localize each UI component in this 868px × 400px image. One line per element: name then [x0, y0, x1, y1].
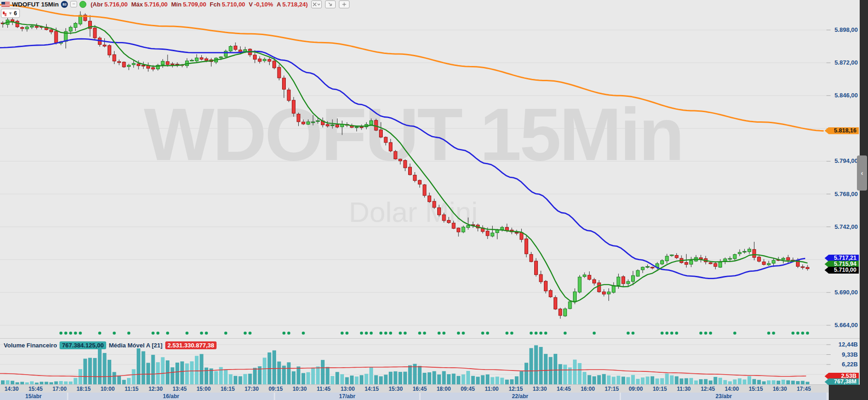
collapsed-panel-strip	[860, 0, 868, 400]
symbol-title: WDOFUT 15Min	[12, 1, 59, 8]
volume-axis-label: 6,22B	[827, 361, 858, 368]
price-axis-label: 5.690,00	[827, 289, 858, 296]
volume-axis-label: 12,44B	[827, 341, 858, 348]
time-axis-label: 12:30	[143, 386, 168, 392]
date-band: 22/abr	[421, 393, 620, 400]
indicator-tools-button[interactable]	[311, 0, 322, 8]
chart-window: WDOFUT 15Min Dolar Mini WDOFUT 15Min B3 …	[0, 0, 868, 400]
chart-toolbar: WDOFUT 15Min B3 – (Abr5.716,00 Máx5.716,…	[1, 0, 350, 8]
price-axis-label: 5.768,00	[827, 191, 858, 197]
bottom-right-corner	[829, 385, 868, 400]
time-axis-label: 14:00	[719, 386, 744, 392]
price-axis-label: 5.898,00	[827, 26, 858, 33]
price-axis-label: 5.794,00	[827, 157, 858, 164]
close-label: Fch	[210, 1, 220, 8]
tools-icon	[313, 2, 317, 6]
time-axis-label: 11:00	[479, 386, 504, 392]
time-axis-label: 09:15	[263, 386, 288, 392]
connection-status-icon	[79, 1, 86, 8]
arrow-icon	[328, 2, 332, 6]
time-axis-label: 10:30	[287, 386, 312, 392]
close-value: 5.710,00	[222, 1, 245, 8]
time-axis-label: 13:45	[167, 386, 192, 392]
ma-short-price-tag: 5.715,94	[825, 261, 859, 268]
date-band: 16/abr	[68, 393, 274, 400]
time-axis-label: 14:15	[359, 386, 384, 392]
volume-ma-value-badge: 2.531.330.877,38	[165, 341, 217, 349]
time-axis-label: 13:00	[335, 386, 360, 392]
time-axis-label: 17:30	[239, 386, 264, 392]
volume-indicator-name: Volume Financeiro	[4, 342, 57, 349]
high-value: 5.716,00	[145, 1, 168, 8]
country-flag-icon	[1, 2, 10, 7]
open-value: 5.716,00	[104, 1, 128, 8]
price-axis-label: 5.872,00	[827, 59, 858, 66]
time-axis-label: 17:15	[599, 386, 624, 392]
open-label: (Abr	[90, 1, 103, 8]
time-axis-label: 15:15	[743, 386, 768, 392]
aggressor-count-badge[interactable]: ▼ 6	[1, 9, 20, 18]
time-axis-label: 12:15	[503, 386, 528, 392]
low-value: 5.709,00	[183, 1, 206, 8]
high-label: Máx	[131, 1, 143, 8]
time-axis-label: 16:45	[407, 386, 432, 392]
time-axis-label: 15:30	[383, 386, 408, 392]
variation-value: -0,10%	[254, 1, 273, 8]
adjust-value: 5.718,24)	[283, 1, 308, 8]
ma-long-price-tag: 5.818,16	[825, 127, 859, 134]
time-axis-label: 17:45	[791, 386, 816, 392]
volume-ma-name: Média Móvel A [21]	[109, 342, 163, 349]
time-axis-label: 13:30	[527, 386, 552, 392]
time-axis-label: 17:00	[47, 386, 72, 392]
chevron-down-icon: ▼	[8, 11, 12, 16]
ma-medium-price-tag: 5.717,21	[825, 255, 859, 262]
volume-axis-label: 9,33B	[827, 351, 858, 358]
time-axis-label: 18:15	[71, 386, 96, 392]
volume-indicator-header: Volume Financeiro 767.384.125,00 Média M…	[4, 341, 217, 349]
date-band: 17/abr	[275, 393, 419, 400]
time-axis: 14:3015:4517:0018:1510:0011:1512:3013:45…	[0, 384, 860, 393]
add-button[interactable]	[339, 0, 350, 8]
panel-expand-handle[interactable]: ‹	[857, 155, 867, 191]
volume-last-tag: 767,38M	[825, 378, 859, 385]
adjust-label: A	[277, 1, 281, 8]
time-axis-label: 14:45	[551, 386, 576, 392]
exchange-icon: B3	[61, 1, 68, 8]
date-band: 23/abr	[621, 393, 826, 400]
time-axis-label: 11:45	[311, 386, 336, 392]
time-axis-label: 11:30	[671, 386, 696, 392]
minimize-chip[interactable]: –	[70, 1, 77, 7]
time-axis-label: 15:00	[191, 386, 216, 392]
time-axis-label: 18:00	[431, 386, 456, 392]
last-price-tag: 5.710,00	[825, 267, 859, 274]
chevron-down-icon	[317, 3, 320, 6]
pointer-mode-button[interactable]	[325, 0, 336, 8]
date-axis: 15/abr16/abr17/abr22/abr23/abr	[0, 393, 860, 400]
price-axis-label: 5.664,00	[827, 322, 858, 328]
time-axis-label: 15:45	[23, 386, 48, 392]
time-axis-label: 10:00	[95, 386, 120, 392]
volume-value-badge: 767.384.125,00	[60, 341, 106, 349]
low-label: Mín	[171, 1, 181, 8]
ohlc-readout: (Abr5.716,00 Máx5.716,00 Mín5.709,00 Fch…	[89, 1, 307, 8]
mini-candle-icon	[3, 11, 7, 16]
time-axis-label: 16:15	[215, 386, 240, 392]
time-axis-label: 16:30	[767, 386, 792, 392]
variation-label: V	[249, 1, 253, 8]
time-axis-label: 11:15	[119, 386, 144, 392]
time-axis-label: 12:45	[695, 386, 720, 392]
chart-canvas[interactable]	[0, 0, 868, 400]
badge-count: 6	[14, 10, 17, 17]
price-axis-label: 5.742,00	[827, 223, 858, 230]
time-axis-label: 09:45	[455, 386, 480, 392]
time-axis-label: 14:30	[0, 386, 24, 392]
time-axis-label: 16:00	[575, 386, 600, 392]
plus-icon	[342, 2, 346, 6]
time-axis-label: 09:00	[623, 386, 648, 392]
time-axis-label: 10:15	[647, 386, 672, 392]
date-band: 15/abr	[0, 393, 67, 400]
price-axis-label: 5.846,00	[827, 92, 858, 99]
